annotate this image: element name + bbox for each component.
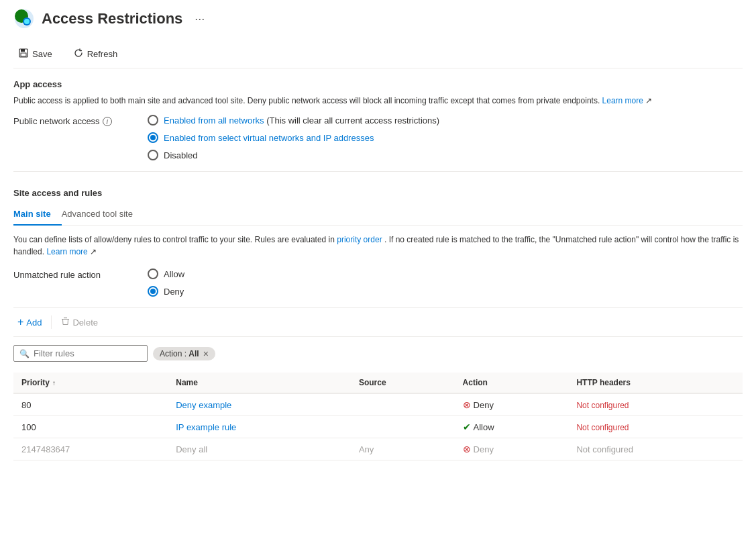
save-button[interactable]: Save (13, 46, 58, 62)
svg-point-3 (24, 19, 30, 24)
table-row[interactable]: 100 IP example rule ✔ Allow Not configur… (13, 416, 743, 438)
row3-priority: 2147483647 (13, 438, 168, 460)
action-filter-prefix: Action : All (160, 349, 199, 358)
row3-source: Any (351, 438, 455, 460)
action-filter-close[interactable]: × (203, 348, 209, 359)
public-network-label: Public network access i (13, 115, 134, 126)
col-priority[interactable]: Priority ↑ (13, 373, 168, 393)
radio-deny (148, 286, 158, 297)
network-option-disabled[interactable]: Disabled (148, 150, 439, 160)
site-access-title: Site access and rules (13, 188, 743, 198)
add-button[interactable]: + Add (13, 313, 46, 331)
row3-http-headers: Not configured (568, 438, 743, 460)
row1-name: Deny example (168, 393, 351, 416)
table-header-row: Priority ↑ Name Source Action HTTP he (13, 373, 743, 393)
filter-bar: 🔍 Action : All × (13, 345, 743, 362)
deny-icon: ⊗ (463, 399, 471, 410)
row1-action: ⊗ Deny (455, 393, 569, 416)
row1-http-headers: Not configured (568, 393, 743, 416)
page-title: Access Restrictions (42, 10, 182, 28)
network-option-all[interactable]: Enabled from all networks (This will cle… (148, 115, 439, 126)
public-network-info-icon[interactable]: i (103, 117, 112, 126)
actions-separator (51, 315, 52, 329)
actions-bar: + Add Delete (13, 307, 743, 337)
row3-name: Deny all (168, 438, 351, 460)
unmatched-rule-field: Unmatched rule action Allow Deny (13, 268, 743, 297)
row1-priority: 80 (13, 393, 168, 416)
svg-rect-8 (64, 317, 67, 318)
refresh-label: Refresh (87, 49, 118, 59)
network-option-select[interactable]: Enabled from select virtual networks and… (148, 132, 439, 143)
row2-action: ✔ Allow (455, 416, 569, 438)
app-icon (13, 8, 35, 30)
unmatched-allow[interactable]: Allow (148, 268, 184, 279)
row2-http-headers: Not configured (568, 416, 743, 438)
app-access-title: App access (13, 79, 743, 89)
action-filter-tag: Action : All × (153, 347, 215, 360)
site-access-section: Site access and rules Main site Advanced… (13, 188, 743, 460)
add-icon: + (17, 316, 23, 328)
col-name: Name (168, 373, 351, 393)
row2-name: IP example rule (168, 416, 351, 438)
row1-source (351, 393, 455, 416)
app-access-learn-more[interactable]: Learn more (602, 96, 643, 105)
svg-rect-5 (21, 49, 25, 52)
section-divider (13, 171, 743, 172)
table-row[interactable]: 80 Deny example ⊗ Deny Not configured (13, 393, 743, 416)
refresh-button[interactable]: Refresh (68, 46, 123, 62)
app-access-info: Public access is applied to both main si… (13, 95, 743, 107)
row3-action: ⊗ Deny (455, 438, 569, 460)
row2-name-link[interactable]: IP example rule (176, 422, 236, 432)
deny-icon-muted: ⊗ (463, 444, 471, 454)
row1-name-link[interactable]: Deny example (176, 400, 231, 410)
col-source: Source (351, 373, 455, 393)
public-network-options: Enabled from all networks (This will cle… (148, 115, 439, 160)
app-access-section: App access Public access is applied to b… (13, 79, 743, 160)
toolbar: Save Refresh (13, 40, 743, 68)
col-action: Action (455, 373, 569, 393)
svg-rect-6 (21, 53, 26, 56)
col-http-headers: HTTP headers (568, 373, 743, 393)
delete-icon (61, 317, 70, 328)
filter-input-wrapper: 🔍 (13, 345, 148, 362)
unmatched-rule-options: Allow Deny (148, 268, 184, 297)
save-label: Save (32, 49, 52, 59)
site-access-learn-more[interactable]: Learn more (46, 247, 87, 256)
radio-all (148, 115, 158, 126)
save-icon (19, 48, 28, 60)
row2-source (351, 416, 455, 438)
radio-select (148, 132, 158, 143)
tab-advanced-tool-site[interactable]: Advanced tool site (62, 203, 144, 226)
search-icon: 🔍 (19, 349, 30, 358)
site-access-description: You can define lists of allow/deny rules… (13, 234, 743, 258)
refresh-icon (74, 48, 83, 60)
delete-button[interactable]: Delete (57, 314, 102, 330)
filter-input[interactable] (34, 348, 142, 358)
sort-arrow: ↑ (52, 379, 56, 387)
rules-table: Priority ↑ Name Source Action HTTP he (13, 373, 743, 460)
allow-icon: ✔ (463, 422, 471, 432)
unmatched-deny[interactable]: Deny (148, 286, 184, 297)
unmatched-rule-label: Unmatched rule action (13, 268, 134, 280)
radio-allow (148, 268, 158, 279)
public-network-field: Public network access i Enabled from all… (13, 115, 743, 160)
radio-disabled (148, 150, 158, 160)
more-options-button[interactable]: ··· (195, 12, 205, 26)
row2-priority: 100 (13, 416, 168, 438)
tabs-container: Main site Advanced tool site (13, 203, 743, 226)
table-row[interactable]: 2147483647 Deny all Any ⊗ Deny (13, 438, 743, 460)
tab-main-site[interactable]: Main site (13, 203, 62, 226)
